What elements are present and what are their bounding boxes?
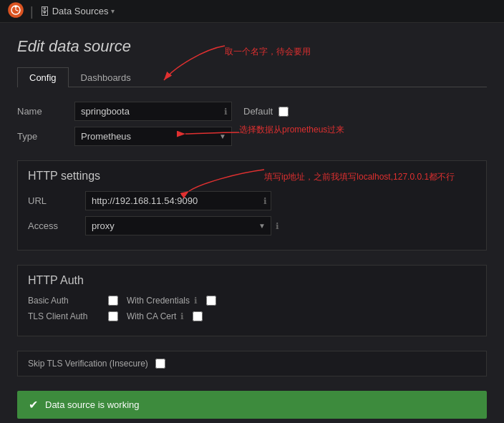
grafana-logo-icon bbox=[7, 1, 24, 19]
url-label: URL bbox=[28, 195, 85, 206]
type-label: Type bbox=[17, 131, 74, 142]
annotation-url: 填写ip地址，之前我填写localhost,127.0.0.1都不行 bbox=[264, 171, 455, 183]
status-bar: ✔ Data source is working bbox=[17, 391, 487, 419]
with-ca-cert-checkbox[interactable] bbox=[193, 311, 203, 321]
tls-client-auth-label: TLS Client Auth bbox=[28, 311, 100, 321]
basic-auth-row: Basic Auth With Credentials ℹ bbox=[28, 296, 476, 306]
name-input-wrap: ℹ bbox=[74, 102, 232, 121]
tabs-container: Config Dashboards 取一个名字，待会要用 bbox=[17, 67, 487, 87]
access-row: Access proxy direct ▼ ℹ bbox=[28, 216, 476, 235]
breadcrumb-chevron-icon: ▾ bbox=[111, 7, 115, 15]
http-settings-section: HTTP settings URL ℹ 填写ip地址，之前我填写localhos… bbox=[17, 160, 487, 251]
skip-tls-row: Skip TLS Verification (Insecure) bbox=[17, 351, 487, 376]
nav-logo-container[interactable] bbox=[7, 1, 24, 21]
url-row: URL ℹ 填写ip地址，之前我填写localhost,127.0.0.1都不行 bbox=[28, 191, 476, 210]
annotation-name-arrow bbox=[160, 53, 246, 96]
database-icon: 🗄 bbox=[39, 6, 49, 17]
access-info-icon[interactable]: ℹ bbox=[276, 221, 279, 231]
name-input[interactable] bbox=[74, 102, 232, 121]
tls-client-auth-row: TLS Client Auth With CA Cert ℹ bbox=[28, 311, 476, 321]
name-info-icon[interactable]: ℹ bbox=[224, 107, 228, 117]
name-label: Name bbox=[17, 106, 74, 117]
status-text: Data source is working bbox=[45, 399, 140, 410]
http-auth-section: HTTP Auth Basic Auth With Credentials ℹ … bbox=[17, 265, 487, 336]
annotation-type-arrow bbox=[182, 127, 246, 148]
top-nav: | 🗄 Data Sources ▾ bbox=[0, 0, 504, 23]
breadcrumb-label: Data Sources bbox=[52, 6, 109, 16]
with-credentials-info-icon[interactable]: ℹ bbox=[194, 296, 198, 306]
nav-breadcrumb[interactable]: 🗄 Data Sources ▾ bbox=[39, 6, 115, 17]
with-ca-cert-text: With CA Cert ℹ bbox=[127, 311, 184, 321]
access-select-wrap: proxy direct ▼ bbox=[85, 216, 271, 235]
name-row: Name ℹ Default bbox=[17, 102, 487, 121]
tab-config[interactable]: Config bbox=[17, 67, 69, 87]
svg-point-2 bbox=[15, 6, 17, 8]
default-checkbox[interactable] bbox=[278, 107, 289, 117]
form-section-basic: Name ℹ Default Type Prometheus Graphite … bbox=[17, 102, 487, 146]
status-check-icon: ✔ bbox=[29, 398, 38, 412]
type-row: Type Prometheus Graphite InfluxDB MySQL … bbox=[17, 127, 487, 146]
main-content: Edit data source Config Dashboards 取一个名字… bbox=[0, 23, 504, 423]
with-credentials-checkbox[interactable] bbox=[206, 296, 216, 306]
http-auth-header: HTTP Auth bbox=[28, 274, 476, 287]
annotation-url-arrow bbox=[185, 177, 271, 213]
skip-tls-checkbox[interactable] bbox=[155, 359, 165, 369]
annotation-type: 选择数据从prometheus过来 bbox=[239, 124, 344, 136]
basic-auth-label: Basic Auth bbox=[28, 296, 100, 306]
tls-client-auth-checkbox[interactable] bbox=[108, 311, 118, 321]
tab-dashboards[interactable]: Dashboards bbox=[69, 67, 143, 87]
default-label: Default bbox=[243, 106, 273, 117]
access-label: Access bbox=[28, 220, 85, 231]
access-select[interactable]: proxy direct bbox=[85, 216, 271, 235]
with-credentials-text: With Credentials ℹ bbox=[127, 296, 198, 306]
with-ca-cert-info-icon[interactable]: ℹ bbox=[180, 311, 184, 321]
basic-auth-checkbox[interactable] bbox=[108, 296, 118, 306]
skip-tls-label: Skip TLS Verification (Insecure) bbox=[28, 359, 148, 369]
nav-separator: | bbox=[30, 5, 34, 18]
